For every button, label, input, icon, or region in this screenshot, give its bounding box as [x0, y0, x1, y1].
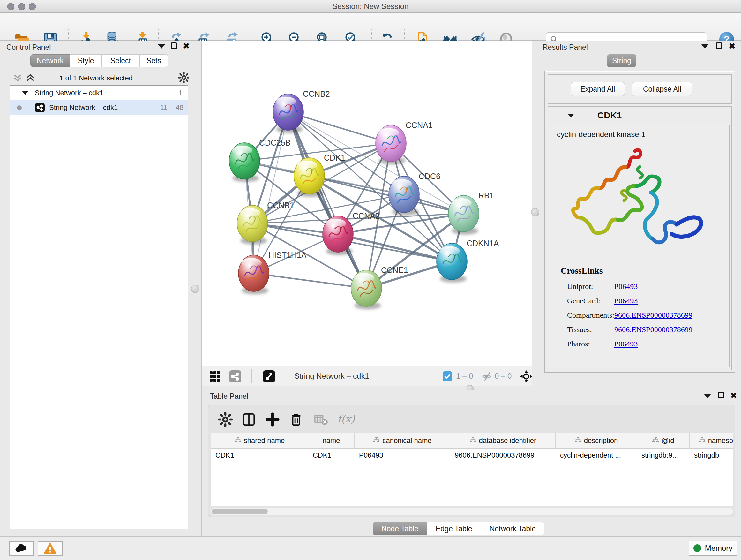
protein-structure-image — [566, 145, 713, 263]
panel-close-icon[interactable]: ✖ — [729, 43, 736, 49]
network-selection-status: 1 of 1 Network selected — [3, 74, 189, 82]
panel-menu-icon[interactable] — [704, 394, 711, 398]
crosslink-link[interactable]: 9606.ENSP00000378699 — [614, 311, 692, 320]
right-splitter-handle[interactable] — [531, 208, 539, 216]
crosslink-link[interactable]: 9606.ENSP00000378699 — [614, 325, 692, 334]
tab-string[interactable]: String — [607, 54, 636, 67]
scrollbar-thumb[interactable] — [212, 509, 268, 514]
column-header-database-identifier[interactable]: database identifier — [450, 433, 556, 448]
birdseye-icon[interactable] — [263, 370, 275, 382]
selected-checkbox[interactable] — [443, 371, 452, 381]
table-cell[interactable]: 9606.ENSP00000378699 — [450, 449, 556, 462]
tab-style[interactable]: Style — [70, 54, 102, 67]
grid-icon[interactable] — [209, 371, 220, 383]
node-label: CDC6 — [419, 172, 441, 181]
table-panel: Table Panel ✖ f(x) shared namenamecanoni… — [202, 390, 741, 537]
crosslink-link[interactable]: P06493 — [614, 282, 637, 291]
plus-icon[interactable] — [265, 412, 280, 427]
network-node-ccna2[interactable]: CCNA2 — [323, 211, 380, 255]
node-label: CCNB2 — [303, 89, 330, 98]
network-view-toolbar: String Network – cdk1 1 – 0 0 – 0 — [202, 366, 532, 386]
trash-icon[interactable] — [289, 412, 304, 427]
table-cell[interactable]: CDK1 — [308, 449, 354, 462]
column-header-shared-name[interactable]: shared name — [211, 433, 308, 448]
tab-edge-table[interactable]: Edge Table — [427, 522, 481, 536]
network-graph[interactable]: CCNB2CCNA1CDC25BCDK1CDC6RB1CCNB1CCNA2CDK… — [202, 41, 532, 366]
network-collection-row[interactable]: String Network – cdk1 1 — [10, 85, 188, 100]
table-row[interactable]: CDK1CDK1P064939606.ENSP00000378699cyclin… — [211, 449, 733, 462]
delete-table-icon[interactable] — [314, 412, 327, 427]
network-node-cdkn1a[interactable]: CDKN1A — [436, 239, 499, 283]
network-node-cdc25b[interactable]: CDC25B — [229, 138, 291, 182]
zoom-window-button[interactable] — [29, 3, 36, 10]
network-node-rb1[interactable]: RB1 — [448, 191, 494, 235]
network-canvas[interactable]: CCNB2CCNA1CDC25BCDK1CDC6RB1CCNB1CCNA2CDK… — [202, 41, 532, 366]
column-header-canonical-name[interactable]: canonical name — [354, 433, 450, 448]
minimize-window-button[interactable] — [18, 3, 25, 10]
tab-network[interactable]: Network — [30, 54, 70, 67]
network-node-ccnb2[interactable]: CCNB2 — [273, 89, 330, 133]
cloud-button[interactable] — [9, 541, 34, 556]
entry-collapse-icon[interactable] — [568, 114, 574, 117]
column-header--id[interactable]: @id — [637, 433, 690, 448]
tab-network-table[interactable]: Network Table — [481, 522, 544, 536]
function-icon[interactable]: f(x) — [337, 413, 355, 425]
network-row[interactable]: String Network – cdk1 11 48 — [10, 100, 188, 115]
table-panel-title: Table Panel — [210, 392, 248, 401]
expand-all-button[interactable]: Expand All — [570, 82, 625, 96]
share-icon[interactable] — [229, 370, 241, 382]
crosslink-link[interactable]: P06493 — [614, 297, 637, 305]
control-panel-tabs: Network Style Select Sets — [3, 54, 189, 67]
selected-count: 1 – 0 — [456, 372, 473, 381]
table-cell[interactable]: stringdb — [690, 449, 733, 462]
tree-expander-icon[interactable] — [22, 91, 28, 95]
column-label: shared name — [244, 436, 285, 445]
table-header-row: shared namenamecanonical namedatabase id… — [211, 433, 733, 449]
collapse-all-button[interactable]: Collapse All — [632, 82, 692, 96]
column-label: @id — [662, 436, 674, 445]
table-cell[interactable]: stringdb:9... — [637, 449, 690, 462]
memory-status-dot — [693, 544, 701, 552]
network-node-ccne1[interactable]: CCNE1 — [351, 266, 408, 309]
panel-float-icon[interactable] — [718, 392, 724, 398]
close-window-button[interactable] — [7, 3, 14, 10]
shared-column-icon — [652, 436, 659, 445]
network-node-ccnb1[interactable]: CCNB1 — [237, 201, 294, 245]
network-node-cdc6[interactable]: CDC6 — [389, 172, 441, 215]
table-cell[interactable]: CDK1 — [211, 449, 308, 462]
memory-button[interactable]: Memory — [689, 541, 737, 556]
hidden-eye-icon[interactable] — [481, 371, 492, 383]
tab-select[interactable]: Select — [102, 54, 139, 67]
table-cell[interactable]: P06493 — [354, 449, 450, 462]
horizontal-scrollbar[interactable] — [211, 508, 733, 515]
crosslink-row: Pharos:P06493 — [567, 337, 724, 351]
network-node-hist1h1a[interactable]: HIST1H1A — [239, 251, 307, 294]
gear-icon[interactable] — [218, 412, 232, 427]
panel-menu-icon[interactable] — [158, 44, 165, 49]
columns-icon[interactable] — [242, 412, 256, 427]
network-edge[interactable] — [288, 112, 391, 143]
crosslinks-title: CrossLinks — [561, 266, 603, 276]
network-edge[interactable] — [254, 112, 288, 273]
crosslink-link[interactable]: P06493 — [614, 340, 637, 348]
crosshair-icon[interactable] — [520, 370, 533, 384]
left-splitter-handle[interactable] — [191, 285, 199, 293]
network-edge[interactable] — [254, 273, 366, 288]
tab-node-table[interactable]: Node Table — [373, 522, 427, 536]
panel-menu-icon[interactable] — [701, 44, 709, 49]
warning-button[interactable] — [38, 541, 63, 556]
table-cell[interactable]: cyclin-dependent ... — [556, 449, 637, 462]
gear-icon[interactable] — [178, 72, 190, 84]
panel-float-icon[interactable] — [716, 43, 722, 49]
network-node-ccna1[interactable]: CCNA1 — [376, 121, 433, 165]
tab-sets[interactable]: Sets — [139, 54, 168, 67]
window-titlebar: Session: New Session — [0, 0, 741, 13]
column-header-description[interactable]: description — [556, 433, 637, 448]
panel-close-icon[interactable]: ✖ — [730, 392, 737, 399]
panel-float-icon[interactable] — [171, 43, 177, 49]
column-header-namespace[interactable]: namespace — [690, 433, 733, 448]
netbar-separator — [286, 369, 286, 383]
network-node-cdk1[interactable]: CDK1 — [294, 153, 345, 197]
network-edge[interactable] — [288, 112, 366, 288]
column-header-name[interactable]: name — [308, 433, 354, 448]
